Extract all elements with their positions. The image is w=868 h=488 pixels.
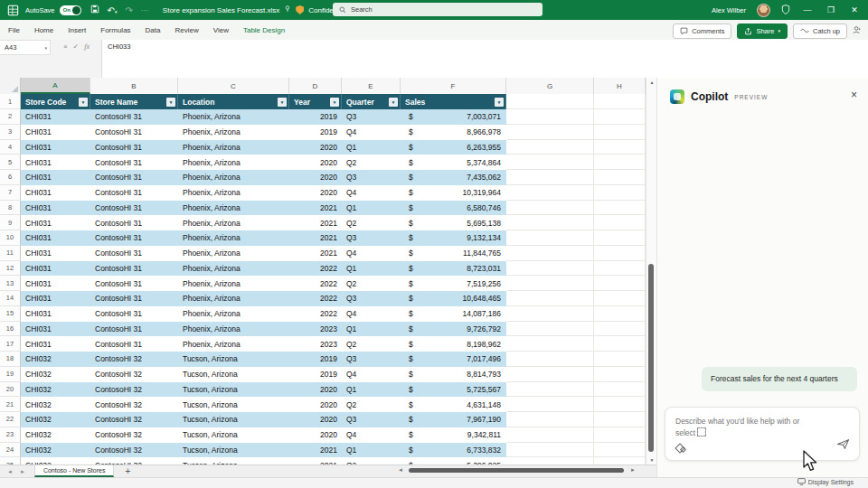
filter-button[interactable]: ▾	[278, 98, 287, 107]
cell[interactable]: ContosoHI 31	[90, 322, 178, 337]
cell[interactable]: ContosoHI 31	[90, 276, 178, 291]
cell[interactable]	[506, 352, 594, 367]
sales-cell[interactable]: $6,263,955	[401, 140, 506, 155]
cell[interactable]	[506, 94, 594, 109]
column-header-e[interactable]: E	[342, 78, 401, 94]
cell[interactable]: Tucson, Arizona	[178, 412, 289, 427]
catch-up-button[interactable]: Catch up	[793, 23, 847, 39]
cell[interactable]: Phoenix, Arizona	[178, 125, 289, 140]
cell[interactable]: CHI031	[21, 336, 90, 352]
cell[interactable]: Phoenix, Arizona	[178, 201, 289, 216]
cell[interactable]	[594, 443, 646, 458]
cell[interactable]	[506, 382, 594, 398]
cell[interactable]	[594, 276, 646, 291]
sales-cell[interactable]: $7,017,496	[401, 352, 506, 367]
cell[interactable]: CHI032	[21, 427, 90, 443]
cell[interactable]: 2022	[289, 276, 342, 291]
cell[interactable]: Phoenix, Arizona	[178, 109, 289, 125]
cell[interactable]	[506, 336, 594, 352]
cell[interactable]: ContosoHI 31	[90, 125, 178, 140]
column-header-b[interactable]: B	[90, 78, 178, 94]
cancel-entry-icon[interactable]: ×	[63, 42, 68, 51]
cell[interactable]	[594, 261, 646, 277]
filter-button[interactable]: ▾	[166, 98, 175, 107]
row-header-16[interactable]: 16	[0, 322, 21, 337]
cell[interactable]: CHI031	[21, 306, 90, 322]
prompt-guide-icon[interactable]	[676, 443, 685, 452]
cell[interactable]: ContosoHI 32	[90, 427, 178, 443]
filter-button[interactable]: ▾	[79, 98, 88, 107]
sales-cell[interactable]: $11,844,765	[401, 246, 506, 261]
tab-data[interactable]: Data	[146, 26, 161, 34]
cell[interactable]: ContosoHI 32	[90, 457, 178, 465]
cell[interactable]	[594, 201, 646, 216]
tab-view[interactable]: View	[213, 26, 229, 34]
document-title[interactable]: Store expansion Sales Forecast.xlsx	[163, 6, 279, 14]
confirm-entry-icon[interactable]: ✓	[73, 42, 80, 51]
cell[interactable]: 2023	[289, 336, 342, 352]
row-header-3[interactable]: 3	[0, 125, 21, 140]
cell[interactable]: 2020	[289, 397, 342, 412]
cell[interactable]: 2019	[289, 352, 342, 367]
cell[interactable]	[594, 155, 646, 170]
cell[interactable]	[506, 246, 594, 261]
column-header-h[interactable]: H	[594, 78, 646, 94]
cell[interactable]	[594, 336, 646, 352]
cell[interactable]: CHI031	[21, 291, 90, 306]
cell[interactable]: Q3	[342, 412, 401, 427]
cell[interactable]: CHI031	[21, 201, 90, 216]
row-header-23[interactable]: 23	[0, 427, 21, 443]
cell[interactable]	[506, 170, 594, 185]
cell[interactable]: 2021	[289, 457, 342, 465]
cell[interactable]: Q4	[342, 306, 401, 322]
sales-cell[interactable]: $9,726,792	[401, 322, 506, 337]
cell[interactable]: CHI031	[21, 261, 90, 277]
prev-sheet-icon[interactable]: ◄	[7, 469, 13, 474]
sales-cell[interactable]: $5,695,138	[401, 215, 506, 230]
cell[interactable]: CHI031	[21, 215, 90, 230]
cell[interactable]	[594, 412, 646, 427]
sales-cell[interactable]: $10,319,964	[401, 185, 506, 201]
add-sheet-button[interactable]: +	[125, 466, 130, 476]
cell[interactable]: ContosoHI 31	[90, 261, 178, 277]
save-icon[interactable]	[90, 5, 99, 15]
user-name[interactable]: Alex Wilber	[712, 6, 746, 14]
cell[interactable]: 2020	[289, 427, 342, 443]
cell[interactable]	[506, 261, 594, 277]
cell[interactable]	[594, 306, 646, 322]
row-header-9[interactable]: 9	[0, 215, 21, 230]
row-header-6[interactable]: 6	[0, 170, 21, 185]
cell[interactable]: ContosoHI 31	[90, 230, 178, 246]
cell[interactable]: Tucson, Arizona	[178, 352, 289, 367]
header-cell[interactable]: Store Code▾	[21, 94, 90, 109]
cell[interactable]: 2020	[289, 155, 342, 170]
sales-cell[interactable]: $7,003,071	[401, 109, 506, 125]
cell[interactable]	[594, 322, 646, 337]
cell[interactable]	[506, 155, 594, 170]
row-header-4[interactable]: 4	[0, 140, 21, 155]
cell[interactable]: 2020	[289, 170, 342, 185]
cell[interactable]	[594, 457, 646, 465]
formula-input[interactable]: CHI033	[101, 40, 868, 78]
row-header-11[interactable]: 11	[0, 246, 21, 261]
cell[interactable]: Tucson, Arizona	[178, 397, 289, 412]
column-header-g[interactable]: G	[506, 78, 594, 94]
close-button[interactable]: ✕	[848, 5, 861, 14]
people-icon[interactable]	[853, 23, 863, 39]
cell[interactable]: ContosoHI 31	[90, 215, 178, 230]
restore-button[interactable]: ❐	[825, 5, 837, 14]
cell[interactable]: Q3	[342, 109, 401, 125]
cell[interactable]	[506, 125, 594, 140]
cell[interactable]: Tucson, Arizona	[178, 443, 289, 458]
copilot-input[interactable]: Describe what you'd like help with or se…	[665, 407, 860, 461]
cell[interactable]: 2020	[289, 412, 342, 427]
search-input[interactable]: Search	[333, 3, 542, 16]
cell[interactable]: 2021	[289, 246, 342, 261]
cell[interactable]: Q1	[342, 201, 401, 216]
row-header-21[interactable]: 21	[0, 397, 21, 412]
cell[interactable]: ContosoHI 31	[90, 140, 178, 155]
cell[interactable]: Phoenix, Arizona	[178, 170, 289, 185]
cell[interactable]	[594, 109, 646, 125]
column-header-d[interactable]: D	[289, 78, 342, 94]
cell[interactable]: Q1	[342, 322, 401, 337]
